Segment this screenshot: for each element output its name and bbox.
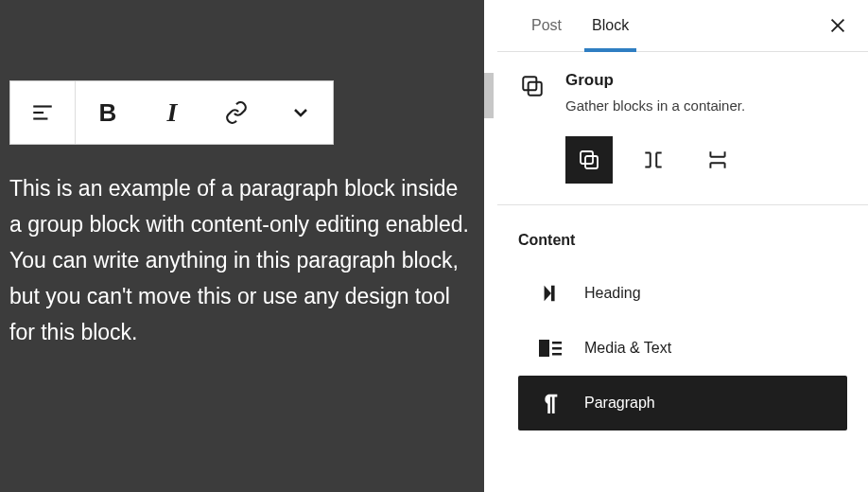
group-icon	[520, 74, 545, 98]
link-button[interactable]	[204, 81, 269, 144]
content-panel: Content Heading Media & Text	[497, 205, 868, 440]
tab-post[interactable]: Post	[516, 0, 577, 51]
content-item-label: Media & Text	[584, 340, 671, 357]
variation-stack-button[interactable]	[694, 136, 741, 184]
stack-icon	[705, 148, 730, 172]
svg-rect-5	[523, 77, 536, 90]
content-item-label: Heading	[584, 285, 641, 302]
paragraph-block[interactable]: This is an example of a paragraph block …	[9, 171, 475, 351]
heading-icon	[537, 283, 564, 304]
block-description: Gather blocks in a container.	[565, 97, 745, 114]
close-sidebar-button[interactable]	[821, 9, 855, 43]
sidebar-tabs: Post Block	[497, 0, 868, 52]
content-item-media-text[interactable]: Media & Text	[518, 321, 847, 376]
group-icon	[578, 149, 600, 171]
group-variation-toolbar	[565, 136, 847, 184]
svg-rect-10	[539, 340, 549, 357]
chevron-down-icon	[289, 101, 312, 124]
content-item-paragraph[interactable]: Paragraph	[518, 376, 847, 430]
block-toolbar: B I	[9, 80, 334, 145]
content-item-heading[interactable]: Heading	[518, 266, 847, 321]
block-title: Group	[565, 71, 745, 90]
close-icon	[827, 15, 848, 36]
italic-button[interactable]: I	[140, 81, 204, 144]
more-button[interactable]	[269, 81, 333, 144]
svg-rect-13	[552, 353, 562, 356]
align-left-icon	[30, 100, 55, 125]
content-item-label: Paragraph	[584, 395, 655, 412]
svg-rect-9	[551, 286, 555, 302]
scrollbar-thumb[interactable]	[484, 73, 494, 118]
svg-rect-6	[529, 82, 542, 96]
settings-sidebar: Post Block Group Gather blocks in a cont…	[497, 0, 868, 492]
group-block-icon	[518, 71, 547, 114]
svg-rect-8	[585, 156, 598, 168]
media-text-icon	[537, 338, 564, 359]
row-icon	[641, 148, 666, 172]
block-info-panel: Group Gather blocks in a container.	[497, 52, 868, 205]
scrollbar-track[interactable]	[484, 0, 497, 492]
link-icon	[224, 100, 249, 125]
content-heading: Content	[518, 232, 847, 249]
variation-row-button[interactable]	[630, 136, 677, 184]
svg-rect-11	[552, 342, 562, 344]
svg-rect-7	[581, 151, 593, 164]
paragraph-icon	[537, 393, 564, 413]
align-button[interactable]	[10, 81, 75, 144]
editor-canvas: B I This is an example of a paragraph bl…	[0, 0, 484, 492]
bold-button[interactable]: B	[76, 81, 140, 144]
svg-rect-12	[552, 347, 562, 350]
variation-group-button[interactable]	[565, 136, 613, 184]
tab-block[interactable]: Block	[577, 0, 644, 51]
